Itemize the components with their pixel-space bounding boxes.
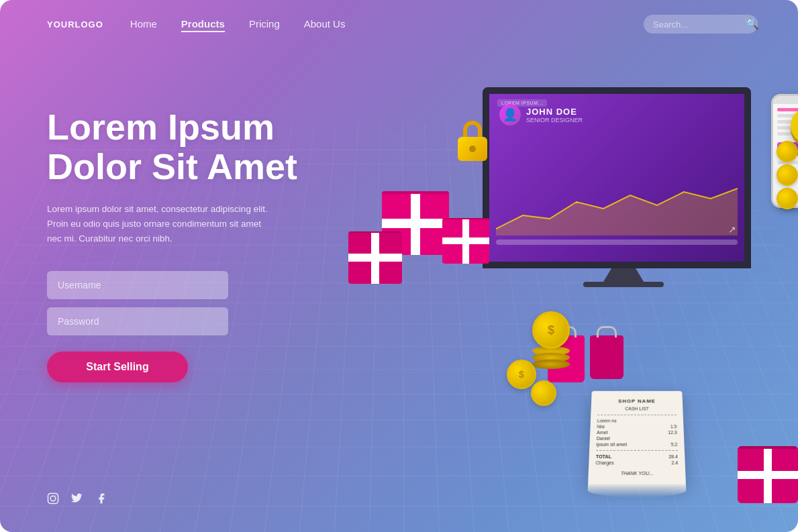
screen-profile: 👤 JOHN DOE SENIOR DESIGNER	[499, 104, 583, 125]
phone-coin-2	[777, 164, 798, 186]
illustration-area: LOREM IPSUM... 👤 JOHN DOE SENIOR DESIGNE…	[335, 40, 798, 523]
username-input[interactable]	[47, 271, 228, 299]
hero-title-line1: Lorem Ipsum	[47, 107, 275, 147]
hero-title-line2: Dolor Sit Amet	[47, 146, 297, 187]
svg-point-1	[50, 496, 56, 501]
logo: YOURLOGO	[47, 19, 103, 30]
profile-text: JOHN DOE SENIOR DESIGNER	[526, 107, 583, 123]
profile-name: JOHN DOE	[526, 107, 583, 117]
receipt-charges: Charges2.4	[595, 460, 678, 465]
nav-item-products[interactable]: Products	[181, 18, 225, 30]
nav-link-pricing[interactable]: Pricing	[249, 18, 280, 30]
receipt-item-5: ipsum sit amet5.2	[596, 442, 677, 447]
coin-top	[532, 311, 570, 349]
password-input[interactable]	[47, 307, 228, 335]
coin-stack	[532, 311, 570, 369]
hero-title: Lorem Ipsum Dolor Sit Amet	[47, 107, 297, 187]
avatar-icon: 👤	[503, 107, 517, 122]
receipt-curl	[587, 483, 687, 498]
receipt-shop-name: SHOP NAME	[598, 398, 677, 404]
receipt-item-2: Nisi1.5	[597, 424, 677, 429]
start-selling-button[interactable]: Start Selling	[47, 352, 188, 382]
nav-link-home[interactable]: Home	[130, 18, 157, 30]
shopping-bag-2	[590, 335, 624, 379]
profile-role: SENIOR DESIGNER	[526, 117, 583, 123]
gift-box-bottom-right	[738, 446, 798, 503]
receipt-total: TOTAL28.4	[596, 454, 678, 459]
receipt: SHOP NAME CASH LIST Lorem ns Nisi1.5 Ame…	[588, 391, 686, 484]
left-content: Lorem Ipsum Dolor Sit Amet Lorem ipsum d…	[47, 107, 297, 382]
hero-description: Lorem ipsum dolor sit amet, consectetur …	[47, 202, 275, 247]
chart-svg	[496, 182, 738, 235]
monitor-stand	[603, 268, 644, 282]
phone-coin-1	[777, 141, 798, 162]
page-wrapper: YOURLOGO Home Products Pricing About Us …	[0, 0, 798, 532]
monitor-base	[583, 282, 664, 287]
receipt-item-3: Amet12.3	[597, 430, 677, 435]
phone-coin-3	[777, 188, 798, 209]
nav-item-pricing[interactable]: Pricing	[249, 18, 280, 30]
svg-point-2	[55, 495, 56, 496]
gift-box-br-lid	[738, 446, 798, 449]
nav-links: Home Products Pricing About Us	[130, 18, 644, 30]
nav-link-about[interactable]: About Us	[304, 18, 346, 30]
lock-icon	[456, 121, 489, 161]
phone-coins	[777, 141, 798, 211]
navbar: YOURLOGO Home Products Pricing About Us …	[0, 0, 798, 34]
monitor: LOREM IPSUM... 👤 JOHN DOE SENIOR DESIGNE…	[483, 87, 764, 295]
social-icons	[47, 492, 107, 508]
monitor-screen: LOREM IPSUM... 👤 JOHN DOE SENIOR DESIGNE…	[483, 87, 751, 268]
instagram-icon[interactable]	[47, 492, 59, 508]
facebook-icon[interactable]	[95, 492, 107, 508]
receipt-cash-list: CASH LIST	[597, 407, 676, 411]
nav-link-products[interactable]: Products	[181, 18, 225, 32]
login-form	[47, 271, 297, 335]
nav-item-home[interactable]: Home	[130, 18, 157, 30]
receipt-item-1: Lorem ns	[597, 419, 677, 423]
avatar: 👤	[499, 104, 521, 125]
receipt-item-4: Daniel	[597, 436, 678, 441]
search-bar: 🔍	[644, 15, 758, 34]
svg-rect-0	[48, 494, 58, 504]
coin-single-2	[531, 380, 556, 406]
coin-single-1	[507, 360, 536, 389]
search-input[interactable]	[653, 19, 740, 30]
receipt-thank-you: THANK YOU...	[595, 471, 679, 476]
search-button[interactable]: 🔍	[746, 19, 759, 30]
coin-slice-3	[532, 360, 570, 369]
twitter-icon[interactable]	[71, 492, 83, 508]
nav-item-about[interactable]: About Us	[304, 18, 346, 30]
